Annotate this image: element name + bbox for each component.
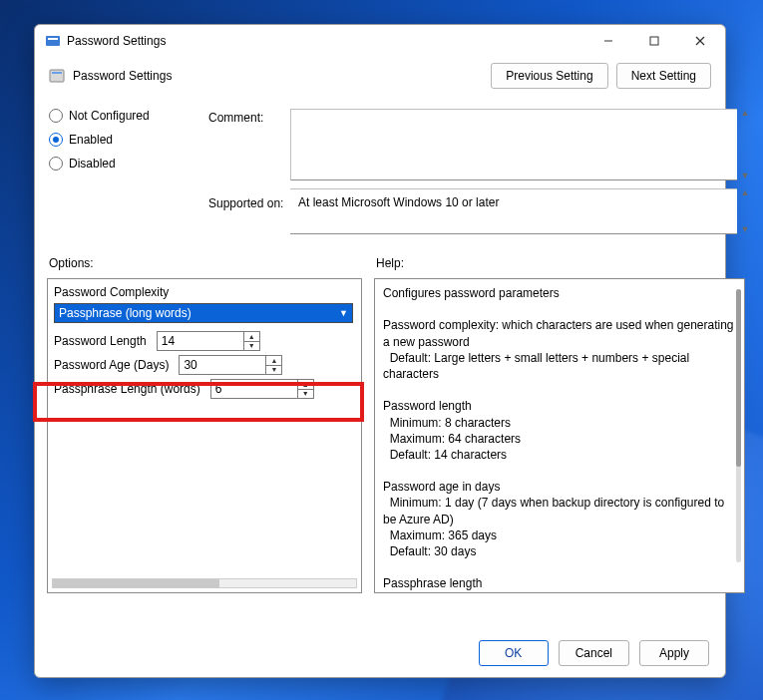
maximize-button[interactable] [631, 26, 677, 56]
step-up-icon[interactable]: ▲ [298, 380, 313, 390]
scrollbar-thumb[interactable] [736, 289, 741, 467]
comment-textarea[interactable] [290, 109, 737, 180]
complexity-select-value: Passphrase (long words) [59, 306, 191, 320]
complexity-select[interactable]: Passphrase (long words) ▼ [54, 303, 353, 323]
supported-scrollbar[interactable]: ▲ ▼ [739, 188, 751, 234]
state-radio-group: Not Configured Enabled Disabled [49, 109, 198, 171]
radio-icon [49, 133, 63, 147]
help-scrollbar[interactable] [736, 289, 741, 562]
options-heading: Password Complexity [54, 285, 355, 299]
header-title: Password Settings [73, 69, 172, 83]
window-title: Password Settings [67, 34, 166, 48]
svg-rect-3 [650, 37, 658, 45]
password-length-label: Password Length [54, 334, 147, 348]
policy-icon [49, 68, 65, 84]
app-icon [45, 33, 61, 49]
radio-label: Not Configured [69, 109, 150, 123]
passphrase-length-stepper[interactable]: ▲▼ [210, 379, 314, 399]
password-length-stepper[interactable]: ▲▼ [157, 331, 260, 351]
password-age-label: Password Age (Days) [54, 358, 169, 372]
radio-label: Enabled [69, 133, 113, 147]
passphrase-length-row: Passphrase Length (words) ▲▼ [54, 379, 355, 399]
svg-rect-7 [52, 72, 62, 74]
scrollbar-thumb[interactable] [53, 579, 219, 587]
options-hscrollbar[interactable] [52, 578, 357, 588]
password-age-input[interactable] [180, 356, 265, 374]
svg-rect-6 [50, 70, 64, 82]
radio-icon [49, 109, 63, 123]
radio-not-configured[interactable]: Not Configured [49, 109, 198, 123]
scroll-up-icon: ▲ [739, 188, 751, 197]
help-text: Configures password parameters Password … [375, 279, 744, 592]
next-setting-button[interactable]: Next Setting [616, 63, 711, 89]
supported-on-box: At least Microsoft Windows 10 or later [290, 188, 737, 234]
ok-button[interactable]: OK [479, 640, 549, 666]
radio-label: Disabled [69, 157, 116, 171]
chevron-down-icon: ▼ [339, 308, 348, 318]
supported-on-label: Supported on: [208, 196, 283, 210]
password-length-input[interactable] [158, 332, 243, 350]
supported-on-text: At least Microsoft Windows 10 or later [298, 195, 499, 209]
cancel-button[interactable]: Cancel [559, 640, 629, 666]
passphrase-length-label: Passphrase Length (words) [54, 382, 200, 396]
password-age-stepper[interactable]: ▲▼ [179, 355, 282, 375]
previous-setting-button[interactable]: Previous Setting [491, 63, 607, 89]
comment-scrollbar[interactable]: ▲ ▼ [739, 109, 751, 180]
help-label: Help: [376, 256, 404, 270]
svg-rect-0 [46, 36, 60, 46]
step-up-icon[interactable]: ▲ [266, 356, 281, 366]
options-label: Options: [49, 256, 94, 270]
apply-button[interactable]: Apply [639, 640, 709, 666]
passphrase-length-input[interactable] [211, 380, 297, 398]
titlebar: Password Settings [35, 25, 725, 57]
step-up-icon[interactable]: ▲ [244, 332, 259, 342]
scroll-down-icon: ▼ [739, 172, 751, 180]
footer: OK Cancel Apply [35, 629, 725, 677]
close-button[interactable] [677, 26, 723, 56]
password-length-row: Password Length ▲▼ [54, 331, 355, 351]
help-panel: Configures password parameters Password … [374, 278, 745, 593]
radio-enabled[interactable]: Enabled [49, 133, 198, 147]
header-row: Password Settings Previous Setting Next … [35, 57, 725, 99]
scroll-down-icon: ▼ [739, 225, 751, 234]
radio-icon [49, 157, 63, 171]
dialog-window: Password Settings Password Settings Prev… [34, 24, 726, 678]
scroll-up-icon: ▲ [739, 109, 751, 118]
options-panel: Password Complexity Passphrase (long wor… [47, 278, 362, 593]
radio-disabled[interactable]: Disabled [49, 157, 198, 171]
comment-label: Comment: [208, 111, 263, 125]
svg-rect-1 [48, 38, 58, 40]
step-down-icon[interactable]: ▼ [298, 390, 313, 399]
password-age-row: Password Age (Days) ▲▼ [54, 355, 355, 375]
step-down-icon[interactable]: ▼ [266, 366, 281, 375]
minimize-button[interactable] [585, 26, 631, 56]
step-down-icon[interactable]: ▼ [244, 342, 259, 351]
